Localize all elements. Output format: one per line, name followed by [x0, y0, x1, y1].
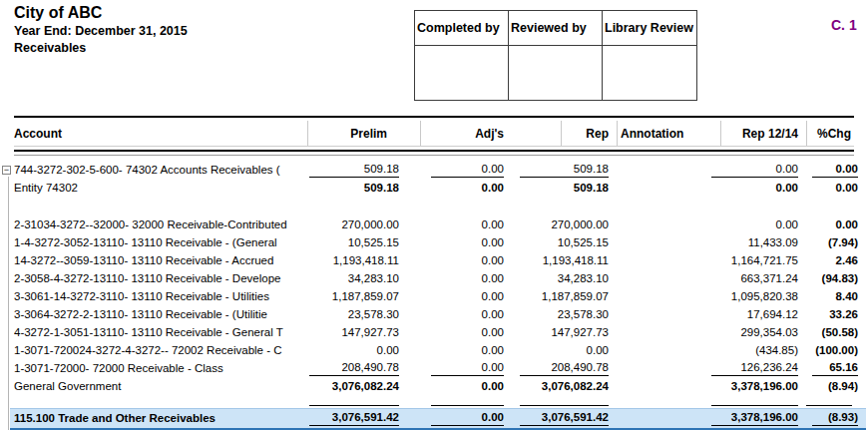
rep-cell[interactable]: 270,000.00 — [504, 217, 609, 231]
pctchg-cell[interactable]: 65.16 — [798, 360, 858, 376]
rep-cell[interactable]: 10,525.15 — [504, 235, 609, 249]
prelim-cell[interactable]: 3,076,591.42 — [307, 410, 399, 426]
account-cell[interactable]: 1-4-3272-3052-13110- 13110 Receivable - … — [14, 235, 307, 249]
rep-cell[interactable]: 0.00 — [504, 343, 609, 357]
rep-cell[interactable]: 509.18 — [504, 181, 609, 195]
rep-cell[interactable]: 509.18 — [504, 162, 609, 178]
account-cell[interactable]: 1-3071-720024-3272-4-3272-- 72002 Receiv… — [14, 343, 307, 357]
rep1214-cell[interactable]: 0.00 — [710, 162, 798, 178]
adjs-cell[interactable]: 0.00 — [399, 379, 504, 393]
table-row[interactable]: Entity 74302 509.18 0.00 509.18 0.00 0.0… — [14, 179, 858, 197]
rep1214-cell[interactable]: 3,378,196.00 — [710, 410, 798, 426]
account-cell[interactable]: 1-3071-72000- 72000 Receivable - Class — [14, 361, 307, 375]
rep1214-cell[interactable]: 1,164,721.75 — [710, 253, 798, 267]
table-row[interactable]: 14-3272--3059-13110- 13110 Receivable - … — [14, 251, 858, 269]
rep-cell[interactable]: 34,283.10 — [504, 271, 609, 285]
prelim-cell[interactable]: 0.00 — [307, 343, 399, 357]
rep1214-cell[interactable]: 0.00 — [710, 217, 798, 231]
rep1214-cell[interactable]: 0.00 — [710, 181, 798, 195]
adjs-cell[interactable]: 0.00 — [399, 307, 504, 321]
table-row[interactable]: 1-3071-720024-3272-4-3272-- 72002 Receiv… — [14, 341, 858, 359]
account-cell[interactable]: 2-31034-3272--32000- 32000 Receivable-Co… — [14, 217, 307, 231]
adjs-cell[interactable]: 0.00 — [399, 181, 504, 195]
header-light-rule — [14, 146, 854, 147]
rep-cell[interactable]: 1,187,859.07 — [504, 289, 609, 303]
prelim-cell[interactable]: 208,490.78 — [307, 360, 399, 376]
rep1214-cell[interactable]: 17,694.12 — [710, 307, 798, 321]
collapse-icon[interactable]: − — [2, 166, 11, 175]
account-cell[interactable]: 744-3272-302-5-600- 74302 Accounts Recei… — [14, 163, 307, 177]
table-row[interactable]: 3-3061-14-3272-3110- 13110 Receivable - … — [14, 287, 858, 305]
account-cell[interactable]: General Government — [14, 379, 307, 393]
completed-by-signoff-cell[interactable] — [415, 46, 509, 101]
rep-cell[interactable]: 208,490.78 — [504, 360, 609, 376]
adjs-cell[interactable]: 0.00 — [399, 325, 504, 339]
pctchg-cell[interactable]: (8.94) — [798, 379, 858, 393]
table-row[interactable]: 3-3064-3272-2-13110- 13110 Receivable - … — [14, 305, 858, 323]
prelim-cell[interactable]: 10,525.15 — [307, 235, 399, 249]
prelim-cell[interactable]: 147,927.73 — [307, 325, 399, 339]
account-cell[interactable]: Entity 74302 — [14, 181, 307, 195]
table-row[interactable]: 744-3272-302-5-600- 74302 Accounts Recei… — [14, 161, 858, 179]
account-cell[interactable]: 115.100 Trade and Other Receivables — [14, 411, 307, 425]
account-cell[interactable]: 4-3272-1-3051-13110- 13110 Receivable - … — [14, 325, 307, 339]
prelim-cell[interactable]: 509.18 — [307, 181, 399, 195]
adjs-cell[interactable]: 0.00 — [399, 410, 504, 426]
adjs-cell[interactable]: 0.00 — [399, 343, 504, 357]
prelim-cell[interactable]: 509.18 — [307, 162, 399, 178]
account-cell[interactable]: 3-3061-14-3272-3110- 13110 Receivable - … — [14, 289, 307, 303]
pctchg-cell[interactable]: (94.83) — [798, 271, 858, 285]
pctchg-cell[interactable]: (8.93) — [798, 410, 858, 426]
table-row[interactable]: General Government 3,076,082.24 0.00 3,0… — [14, 377, 858, 395]
prelim-cell[interactable]: 23,578.30 — [307, 307, 399, 321]
adjs-cell[interactable]: 0.00 — [399, 235, 504, 249]
header-separator — [307, 121, 308, 146]
account-cell[interactable]: 14-3272--3059-13110- 13110 Receivable - … — [14, 253, 307, 267]
rep1214-cell[interactable]: 299,354.03 — [710, 325, 798, 339]
pctchg-cell[interactable]: 2.46 — [798, 253, 858, 267]
adjs-cell[interactable]: 0.00 — [399, 253, 504, 267]
reviewed-by-signoff-cell[interactable] — [509, 46, 603, 101]
table-row[interactable]: 4-3272-1-3051-13110- 13110 Receivable - … — [14, 323, 858, 341]
rep1214-cell[interactable]: (434.85) — [710, 343, 798, 357]
account-cell[interactable]: 2-3058-4-3272-13110- 13110 Receivable - … — [14, 271, 307, 285]
rep-cell[interactable]: 3,076,591.42 — [504, 410, 609, 426]
prelim-cell[interactable]: 270,000.00 — [307, 217, 399, 231]
pctchg-cell[interactable]: 8.40 — [798, 289, 858, 303]
rep1214-cell[interactable]: 3,378,196.00 — [710, 379, 798, 393]
rep-cell[interactable]: 23,578.30 — [504, 307, 609, 321]
adjs-cell[interactable]: 0.00 — [399, 162, 504, 178]
table-row[interactable]: 2-31034-3272--32000- 32000 Receivable-Co… — [14, 215, 858, 233]
pctchg-cell[interactable]: 0.00 — [798, 162, 858, 178]
table-row-selected[interactable]: 115.100 Trade and Other Receivables 3,07… — [14, 408, 858, 428]
adjs-cell[interactable]: 0.00 — [399, 289, 504, 303]
table-row[interactable]: 2-3058-4-3272-13110- 13110 Receivable - … — [14, 269, 858, 287]
rep1214-cell[interactable]: 11,433.09 — [710, 235, 798, 249]
prelim-cell[interactable]: 1,193,418.11 — [307, 253, 399, 267]
rep1214-cell[interactable]: 1,095,820.38 — [710, 289, 798, 303]
rep-cell[interactable]: 1,193,418.11 — [504, 253, 609, 267]
prelim-cell[interactable]: 1,187,859.07 — [307, 289, 399, 303]
rep-cell[interactable]: 147,927.73 — [504, 325, 609, 339]
rep1214-cell[interactable]: 126,236.24 — [710, 360, 798, 376]
prelim-cell[interactable]: 3,076,082.24 — [307, 379, 399, 393]
adjs-cell[interactable]: 0.00 — [399, 217, 504, 231]
table-header-row: Account Prelim Adj's Rep Annotation Rep … — [14, 123, 858, 145]
library-review-signoff-cell[interactable] — [603, 46, 697, 101]
pctchg-cell[interactable]: 0.00 — [798, 181, 858, 195]
prelim-cell[interactable]: 34,283.10 — [307, 271, 399, 285]
table-row[interactable]: 1-4-3272-3052-13110- 13110 Receivable - … — [14, 233, 858, 251]
pctchg-cell[interactable]: (100.00) — [798, 343, 858, 357]
adjs-cell[interactable]: 0.00 — [399, 271, 504, 285]
rep1214-cell[interactable]: 663,371.24 — [710, 271, 798, 285]
library-review-header: Library Review — [603, 11, 697, 46]
pctchg-cell[interactable]: 0.00 — [798, 217, 858, 231]
pctchg-cell[interactable]: (50.58) — [798, 325, 858, 339]
reviewed-by-header: Reviewed by — [509, 11, 603, 46]
table-row[interactable]: 1-3071-72000- 72000 Receivable - Class 2… — [14, 359, 858, 377]
adjs-cell[interactable]: 0.00 — [399, 360, 504, 376]
account-cell[interactable]: 3-3064-3272-2-13110- 13110 Receivable - … — [14, 307, 307, 321]
pctchg-cell[interactable]: (7.94) — [798, 235, 858, 249]
rep-cell[interactable]: 3,076,082.24 — [504, 379, 609, 393]
pctchg-cell[interactable]: 33.26 — [798, 307, 858, 321]
